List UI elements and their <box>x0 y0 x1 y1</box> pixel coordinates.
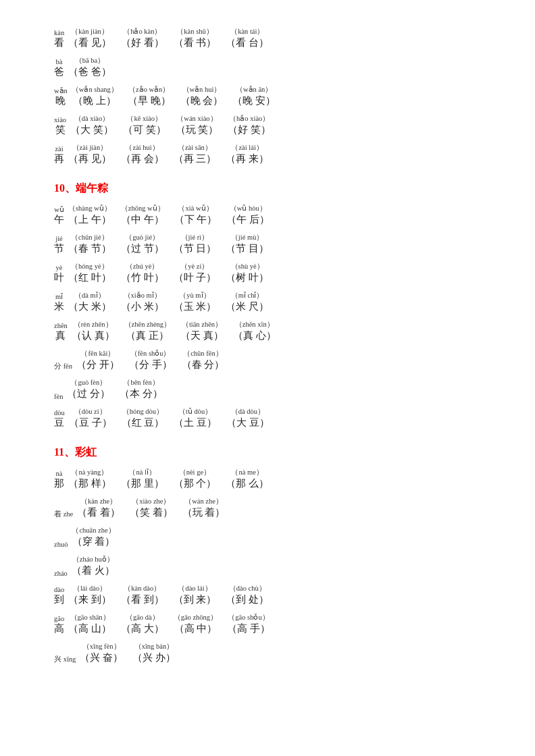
line-fen2: fèn （guò fèn） （过 分） （běn fèn） （本 分） <box>54 378 481 400</box>
line-fen1: 分 fēn （fēn kāi） （分 开） （fēn shǒu） （分 手） （… <box>54 349 481 371</box>
line-dou: dòu 豆 （dòu zi） （豆 子） （hóng dòu） （红 豆） （t… <box>54 407 481 429</box>
line-kan: kàn 看 （kàn jiàn） （看 见） （hǎo kàn） （好 看） （… <box>54 27 481 49</box>
line-dao: dào 到 （lái dào） （来 到） （kàn dào） （看 到） （d… <box>54 584 481 606</box>
line-wan: wǎn 晚 （wǎn shang） （晚 上） （zǎo wǎn） （早 晚） … <box>54 85 481 107</box>
lead-kan: kàn 看 <box>54 29 64 49</box>
line-ba: bà 爸 （bā ba） （爸 爸） <box>54 56 481 78</box>
line-xiao: xiào 笑 （dà xiào） （大 笑） （kě xiào） （可 笑） （… <box>54 114 481 136</box>
line-gao: gāo 高 （gāo shān） （高 山） （gāo dà） （高 大） （g… <box>54 613 481 635</box>
lead-ba: bà 爸 <box>54 58 64 78</box>
line-jie: jié 节 （chūn jié） （春 节） （guò jié） （过 节） （… <box>54 233 481 255</box>
lead-wan: wǎn 晚 <box>54 86 68 107</box>
section-10: 10、端午粽 wǔ 午 （shàng wǔ） （上 午） （zhōng wǔ） … <box>54 182 481 429</box>
section-10-title: 10、端午粽 <box>54 182 481 196</box>
line-xing: 兴 xīng （xīng fèn） （兴 奋） （xīng bàn） （兴 办） <box>54 642 481 664</box>
line-wu: wǔ 午 （shàng wǔ） （上 午） （zhōng wǔ） （中 午） （… <box>54 204 481 226</box>
line-mi: mǐ 米 （dà mǐ） （大 米） （xiǎo mǐ） （小 米） （yù m… <box>54 291 481 313</box>
line-zai: zài 再 （zài jiàn） （再 见） （zài huì） （再 会） （… <box>54 143 481 165</box>
line-zhao: zháo （zháo huǒ） （着 火） <box>54 555 481 577</box>
line-ye: yè 叶 （hóng yè） （红 叶） （zhú yè） （竹 叶） （yè … <box>54 262 481 284</box>
lead-zai: zài 再 <box>54 145 64 165</box>
section-11-title: 11、彩虹 <box>54 446 481 460</box>
line-zhuo: zhuó （chuān zhe） （穿 着） <box>54 526 481 548</box>
page-content: kàn 看 （kàn jiàn） （看 见） （hǎo kàn） （好 看） （… <box>54 27 481 664</box>
line-na: nà 那 （nà yàng） （那 样） （nà lǐ） （那 里） （nèi … <box>54 468 481 490</box>
line-zhe: 着 zhe （kàn zhe） （看 着） （xiào zhe） （笑 着） （… <box>54 497 481 519</box>
section-11: 11、彩虹 nà 那 （nà yàng） （那 样） （nà lǐ） （那 里）… <box>54 446 481 664</box>
line-zhen: zhēn 真 （rèn zhēn） （认 真） （zhēn zhèng） （真 … <box>54 320 481 342</box>
section-vocab-intro: kàn 看 （kàn jiàn） （看 见） （hǎo kàn） （好 看） （… <box>54 27 481 165</box>
lead-xiao: xiào 笑 <box>54 116 66 136</box>
